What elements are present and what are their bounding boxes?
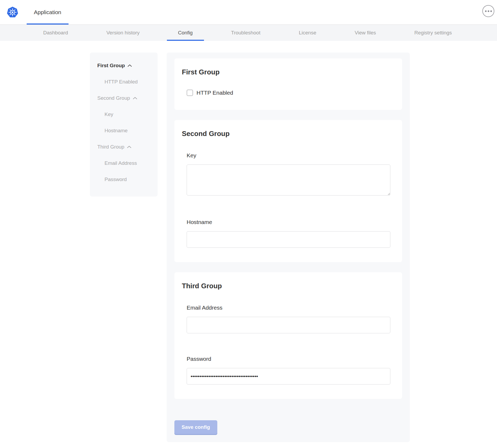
helm-wheel-icon xyxy=(8,8,17,17)
sidebar-item-password[interactable]: Password xyxy=(90,171,158,187)
app-header: Application xyxy=(0,0,497,25)
sidebar-item-second-group[interactable]: Second Group xyxy=(90,90,158,106)
sidebar-item-first-group[interactable]: First Group xyxy=(90,57,158,74)
key-field: Key xyxy=(187,152,390,197)
tab-registry-settings[interactable]: Registry settings xyxy=(395,25,471,41)
sidebar-item-email-address[interactable]: Email Address xyxy=(90,155,158,171)
tab-license[interactable]: License xyxy=(280,25,336,41)
ellipsis-menu-button[interactable] xyxy=(482,5,494,17)
field-label-password: Password xyxy=(187,356,390,362)
field-label-email-address: Email Address xyxy=(187,305,390,311)
group-title: Second Group xyxy=(182,130,390,138)
sidebar-item-third-group[interactable]: Third Group xyxy=(90,139,158,155)
sidebar-item-hostname[interactable]: Hostname xyxy=(90,122,158,139)
password-input[interactable] xyxy=(187,368,390,385)
hostname-field: Hostname xyxy=(187,219,390,248)
chevron-up-icon xyxy=(133,97,137,99)
hostname-input[interactable] xyxy=(187,231,390,248)
email-address-input[interactable] xyxy=(187,317,390,333)
config-group-first: First Group HTTP Enabled xyxy=(174,58,402,110)
tab-troubleshoot[interactable]: Troubleshoot xyxy=(212,25,280,41)
config-panel: First Group HTTP Enabled Second Group Ke… xyxy=(167,53,410,442)
save-config-button[interactable]: Save config xyxy=(174,420,217,434)
field-label-key: Key xyxy=(187,152,390,159)
group-title: First Group xyxy=(182,68,390,76)
config-group-third: Third Group Email Address Password xyxy=(174,272,402,399)
chevron-up-icon xyxy=(127,64,132,67)
sidebar-item-http-enabled[interactable]: HTTP Enabled xyxy=(90,74,158,90)
tab-application[interactable]: Application xyxy=(27,0,69,25)
tab-dashboard[interactable]: Dashboard xyxy=(24,25,87,41)
ellipsis-icon xyxy=(485,10,487,12)
group-title: Third Group xyxy=(182,282,390,290)
email-address-field: Email Address xyxy=(187,305,390,333)
config-outline-sidebar: First Group HTTP Enabled Second Group Ke… xyxy=(90,53,158,197)
sidebar-item-key[interactable]: Key xyxy=(90,106,158,122)
chevron-up-icon xyxy=(127,146,131,148)
tab-version-history[interactable]: Version history xyxy=(87,25,159,41)
checkbox-label: HTTP Enabled xyxy=(197,90,233,96)
tab-config[interactable]: Config xyxy=(159,25,212,41)
http-enabled-checkbox[interactable] xyxy=(187,90,193,96)
main-navbar: Dashboard Version history Config Trouble… xyxy=(0,25,497,41)
tab-view-files[interactable]: View files xyxy=(335,25,395,41)
kubernetes-logo-icon xyxy=(7,7,18,18)
http-enabled-field[interactable]: HTTP Enabled xyxy=(187,90,390,96)
password-field: Password xyxy=(187,356,390,385)
app-title: Application xyxy=(34,9,61,15)
key-textarea[interactable] xyxy=(187,165,390,195)
config-group-second: Second Group Key Hostname xyxy=(174,120,402,262)
field-label-hostname: Hostname xyxy=(187,219,390,225)
